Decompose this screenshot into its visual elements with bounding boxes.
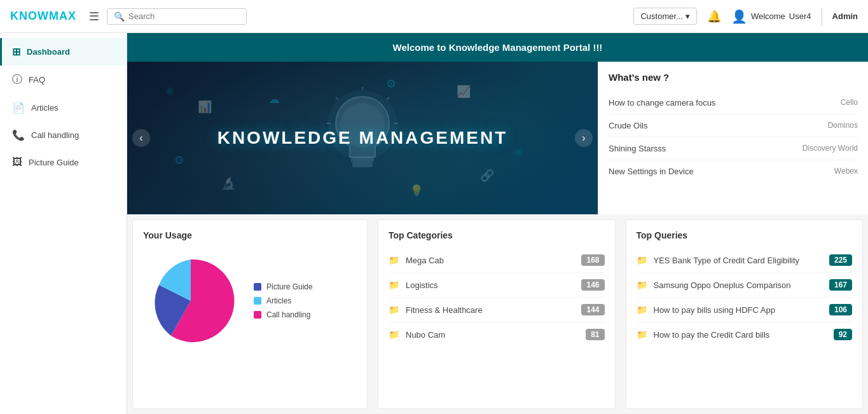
query-text: YES Bank Type of Credit Card Eligibility bbox=[654, 256, 800, 265]
bottom-panels: Your Usage Picture Guid bbox=[127, 214, 868, 414]
query-text: How to pay bills using HDFC App bbox=[654, 305, 775, 315]
bell-icon[interactable]: 🔔 bbox=[707, 10, 721, 24]
legend-label: Articles bbox=[266, 296, 291, 305]
deco-icon-7: 📈 bbox=[457, 85, 471, 99]
whats-new-item-title: Crude Oils bbox=[609, 121, 647, 130]
hamburger-icon[interactable]: ☰ bbox=[89, 10, 99, 24]
category-badge: 144 bbox=[581, 304, 604, 315]
whats-new-item-category: Discovery World bbox=[803, 144, 858, 153]
category-name: Logistics bbox=[406, 280, 438, 290]
queries-list: 📁 YES Bank Type of Credit Card Eligibili… bbox=[637, 248, 853, 347]
search-wrapper: 🔍 bbox=[107, 8, 247, 25]
sidebar-item-faq[interactable]: ⓘ FAQ bbox=[0, 66, 127, 94]
category-name: Fitness & Healthcare bbox=[406, 305, 483, 315]
user-info: 👤 Welcome User4 bbox=[731, 9, 811, 24]
category-left: 📁 Nubo Cam bbox=[389, 329, 445, 340]
query-left: 📁 Samsung Oppo Oneplus Comparison bbox=[637, 280, 824, 290]
query-left: 📁 YES Bank Type of Credit Card Eligibili… bbox=[637, 255, 824, 265]
category-badge: 168 bbox=[581, 254, 604, 266]
folder-icon: 📁 bbox=[637, 280, 647, 290]
picture-guide-icon: 🖼 bbox=[12, 156, 22, 168]
legend-dot bbox=[254, 283, 261, 291]
category-name: Nubo Cam bbox=[406, 330, 445, 340]
whats-new-item[interactable]: Crude Oils Dominos bbox=[609, 114, 858, 137]
query-badge: 225 bbox=[829, 254, 852, 266]
whats-new-item[interactable]: How to change camera focus Cello bbox=[609, 92, 858, 114]
queries-title: Top Queries bbox=[637, 230, 853, 240]
category-left: 📁 Logistics bbox=[389, 280, 438, 290]
sidebar-label-articles: Articles bbox=[31, 103, 59, 113]
sidebar-item-picture-guide[interactable]: 🖼 Picture Guide bbox=[0, 149, 127, 176]
category-name: Mega Cab bbox=[406, 256, 444, 265]
legend-item: Articles bbox=[254, 296, 313, 305]
admin-label: Admin bbox=[832, 11, 858, 21]
category-badge: 146 bbox=[581, 279, 604, 291]
pie-legend: Picture Guide Articles Call handling bbox=[254, 282, 313, 319]
category-item[interactable]: 📁 Mega Cab 168 bbox=[389, 248, 605, 273]
pie-chart bbox=[143, 253, 238, 348]
query-badge: 92 bbox=[834, 329, 852, 340]
usage-panel: Your Usage Picture Guid bbox=[132, 219, 368, 409]
chevron-down-icon: ▾ bbox=[685, 11, 690, 21]
whats-new-item[interactable]: New Settings in Device Webex bbox=[609, 160, 858, 183]
app-body: ⊞ Dashboard ⓘ FAQ 📄 Articles 📞 Call hand… bbox=[0, 33, 868, 414]
usage-title: Your Usage bbox=[143, 230, 357, 240]
sidebar-label-picture-guide: Picture Guide bbox=[29, 158, 79, 167]
carousel-next-button[interactable]: › bbox=[575, 129, 593, 147]
query-item[interactable]: 📁 Samsung Oppo Oneplus Comparison 167 bbox=[637, 273, 853, 298]
whats-new-item-category: Webex bbox=[834, 167, 858, 176]
query-item[interactable]: 📁 YES Bank Type of Credit Card Eligibili… bbox=[637, 248, 853, 273]
category-item[interactable]: 📁 Logistics 146 bbox=[389, 273, 605, 298]
carousel: ⚛ 📊 ⚙ 🔬 ☁ ⚙ 📈 🔗 ⚛ 💡 bbox=[127, 62, 598, 214]
sidebar-label-dashboard: Dashboard bbox=[27, 47, 70, 57]
whats-new-item-category: Cello bbox=[841, 98, 858, 107]
sidebar-item-articles[interactable]: 📄 Articles bbox=[0, 94, 127, 121]
category-left: 📁 Mega Cab bbox=[389, 255, 444, 265]
folder-icon: 📁 bbox=[389, 255, 399, 265]
nav-right: Customer... ▾ 🔔 👤 Welcome User4 Admin bbox=[633, 8, 858, 25]
search-input[interactable] bbox=[128, 11, 240, 21]
svg-line-7 bbox=[336, 97, 338, 100]
legend-item: Call handling bbox=[254, 310, 313, 319]
category-item[interactable]: 📁 Fitness & Healthcare 144 bbox=[389, 298, 605, 322]
main-content: Welcome to Knowledge Management Portal !… bbox=[127, 33, 868, 414]
query-badge: 106 bbox=[829, 304, 852, 315]
query-left: 📁 How to pay the Credit Card bills bbox=[637, 329, 829, 340]
category-item[interactable]: 📁 Nubo Cam 81 bbox=[389, 322, 605, 347]
dashboard-icon: ⊞ bbox=[12, 46, 20, 58]
query-item[interactable]: 📁 How to pay bills using HDFC App 106 bbox=[637, 298, 853, 322]
query-text: How to pay the Credit Card bills bbox=[654, 330, 770, 340]
folder-icon: 📁 bbox=[637, 255, 647, 265]
folder-icon: 📁 bbox=[637, 305, 647, 315]
deco-icon-4: 🔬 bbox=[221, 176, 235, 190]
sidebar-item-call-handling[interactable]: 📞 Call handling bbox=[0, 121, 127, 149]
query-text: Samsung Oppo Oneplus Comparison bbox=[654, 280, 791, 290]
svg-rect-2 bbox=[351, 157, 374, 162]
deco-icon-3: ⚙ bbox=[174, 153, 184, 167]
sidebar-label-faq: FAQ bbox=[29, 75, 45, 85]
whats-new-item[interactable]: Shining Starsss Discovery World bbox=[609, 137, 858, 160]
query-badge: 167 bbox=[829, 279, 852, 291]
welcome-banner: Welcome to Knowledge Management Portal !… bbox=[127, 33, 868, 62]
top-queries-panel: Top Queries 📁 YES Bank Type of Credit Ca… bbox=[626, 219, 864, 409]
whats-new-panel: What's new ? How to change camera focus … bbox=[598, 62, 868, 214]
logo: KNOWMAX bbox=[10, 10, 76, 23]
nav-divider bbox=[822, 8, 822, 25]
pie-container: Picture Guide Articles Call handling bbox=[143, 253, 357, 348]
pie-chart-svg bbox=[143, 253, 238, 348]
call-handling-icon: 📞 bbox=[12, 129, 25, 141]
sidebar-item-dashboard[interactable]: ⊞ Dashboard bbox=[0, 38, 127, 66]
deco-icon-9: ⚛ bbox=[513, 146, 523, 160]
query-item[interactable]: 📁 How to pay the Credit Card bills 92 bbox=[637, 322, 853, 347]
deco-icon-5: ☁ bbox=[268, 92, 280, 106]
customer-dropdown[interactable]: Customer... ▾ bbox=[633, 8, 696, 25]
faq-icon: ⓘ bbox=[12, 73, 22, 86]
carousel-prev-button[interactable]: ‹ bbox=[132, 129, 150, 147]
folder-icon: 📁 bbox=[637, 329, 647, 340]
legend-label: Picture Guide bbox=[266, 282, 313, 291]
deco-icon-1: ⚛ bbox=[165, 85, 175, 99]
legend-dot bbox=[254, 311, 261, 319]
svg-rect-3 bbox=[352, 162, 373, 167]
search-icon: 🔍 bbox=[114, 11, 125, 22]
legend-dot bbox=[254, 297, 261, 305]
